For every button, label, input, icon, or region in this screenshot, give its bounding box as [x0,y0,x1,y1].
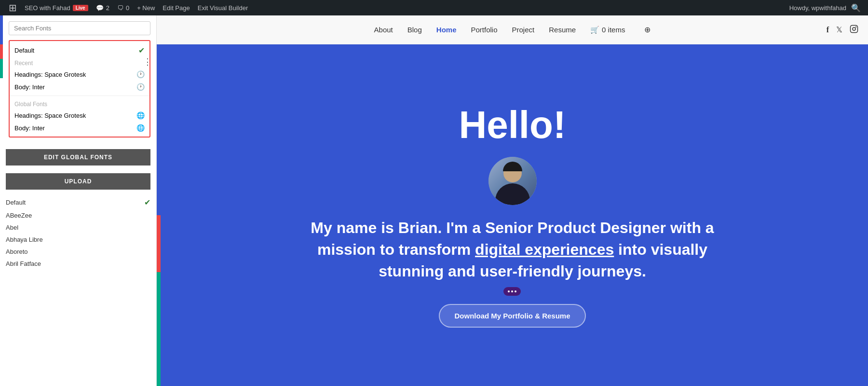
font-headings-space-grotesk-recent[interactable]: Headings: Space Grotesk 🕐 [10,68,149,81]
font-headings-global-label: Headings: Space Grotesk [14,112,86,119]
font-list-abril-fatface-label: Abril Fatface [6,260,41,267]
strip-teal [157,272,161,386]
hero-section: Hello! My name is Brian. I'm a Senior Pr… [157,44,868,386]
nav-search-icon[interactable]: ⊕ [644,25,651,34]
site-name-link[interactable]: SEO with Fahad Live [21,0,92,15]
nav-cart[interactable]: 🛒 0 items [590,26,625,34]
globe-icon-2: 🌐 [136,124,145,132]
hero-avatar [488,157,537,205]
font-list-aboreto[interactable]: Aboreto [0,246,156,258]
dot-2 [511,290,513,292]
font-list-abeezee-label: ABeeZee [6,212,32,219]
font-list-default[interactable]: Default ✔ [0,195,156,209]
font-recent-label: Recent [10,57,149,68]
font-list-abel[interactable]: Abel [0,221,156,234]
hero-cta-button[interactable]: Download My Portfolio & Resume [439,304,585,328]
font-default-label: Default [14,47,34,54]
font-list-abril-fatface[interactable]: Abril Fatface [0,258,156,270]
hero-description: My name is Brian. I'm a Senior Product D… [296,217,730,282]
top-nav: About Blog Home Portfolio Project Resume… [157,15,868,44]
admin-bar-right: Howdy, wpwithfahad 🔍 [789,3,863,13]
side-tab-blue [0,15,3,44]
nav-resume[interactable]: Resume [549,26,576,34]
side-tab-teal [0,59,3,78]
font-body-inter-global[interactable]: Body: Inter 🌐 [10,122,149,134]
comments-zero: 0 [126,4,129,12]
nav-home[interactable]: Home [436,26,457,34]
font-search-input[interactable] [9,21,150,35]
font-panel-inner: Default ✔ Recent Headings: Space Grotesk… [0,15,156,149]
font-check-icon: ✔ [138,46,145,55]
dot-1 [508,290,510,292]
cart-items-count: 0 items [602,26,625,34]
wp-logo-link[interactable]: ⊞ [5,0,21,15]
svg-point-1 [853,28,855,30]
three-dot-menu[interactable]: ⋮ [143,56,152,67]
site-name: SEO with Fahad [25,4,70,12]
side-tab-red [0,44,3,59]
font-divider-1 [10,96,149,96]
font-headings-label-recent: Headings: Space Grotesk [14,71,86,78]
font-list-abeezee[interactable]: ABeeZee [0,209,156,221]
font-list-abel-label: Abel [6,224,18,231]
edit-global-fonts-button[interactable]: EDIT GLOBAL FONTS [6,149,150,165]
live-badge: Live [73,5,88,11]
nav-about[interactable]: About [374,26,393,34]
font-list-abhaya-libre[interactable]: Abhaya Libre [0,234,156,246]
plus-new-label: + New [137,4,155,12]
font-body-inter-recent[interactable]: Body: Inter 🕐 [10,81,149,93]
nav-portfolio[interactable]: Portfolio [471,26,497,34]
main-layout: Default ✔ Recent Headings: Space Grotesk… [0,15,868,386]
font-list: Default ✔ ABeeZee Abel Abhaya Libre Abor… [0,195,156,270]
exit-visual-builder-label: Exit Visual Builder [198,4,248,12]
font-list-aboreto-label: Aboreto [6,248,28,255]
comments-link[interactable]: 💬 2 [92,0,113,15]
globe-icon-1: 🌐 [136,111,145,119]
font-body-label-recent: Body: Inter [14,83,45,91]
edit-page-label: Edit Page [163,4,190,12]
dot-3 [515,290,516,292]
admin-search-button[interactable]: 🔍 [849,3,863,13]
font-list-default-label: Default [6,199,26,206]
font-list-check-icon: ✔ [144,198,150,207]
nav-social: f 𝕏 [827,25,858,35]
font-headings-space-grotesk-global[interactable]: Headings: Space Grotesk 🌐 [10,109,149,122]
comment-zero-icon: 🗨 [117,4,123,12]
font-body-global-label: Body: Inter [14,124,45,132]
hero-highlight-text[interactable]: digital experiences [475,241,614,258]
cta-wrapper: Download My Portfolio & Resume [439,294,585,328]
font-default-item[interactable]: Default ✔ [10,43,149,57]
nav-blog[interactable]: Blog [407,26,422,34]
comments-count: 2 [106,4,109,12]
comments-zero-link[interactable]: 🗨 0 [113,0,133,15]
svg-rect-0 [851,25,858,32]
clock-icon-2: 🕐 [136,83,145,91]
instagram-icon[interactable] [850,25,858,35]
twitter-icon[interactable]: 𝕏 [836,25,842,34]
exit-visual-builder-link[interactable]: Exit Visual Builder [194,0,252,15]
facebook-icon[interactable]: f [827,26,829,34]
dots-indicator [503,287,521,296]
strip-red [157,215,161,272]
font-global-label: Global Fonts [10,98,149,109]
hero-title: Hello! [459,103,566,147]
clock-icon-1: 🕐 [136,70,145,78]
cart-icon: 🛒 [590,26,599,34]
svg-point-2 [855,26,856,27]
nav-project[interactable]: Project [512,26,535,34]
new-content-link[interactable]: + New [133,0,159,15]
font-list-abhaya-libre-label: Abhaya Libre [6,236,43,243]
font-dropdown: Default ✔ Recent Headings: Space Grotesk… [9,40,150,138]
wp-logo-icon: ⊞ [9,2,17,14]
comment-icon: 💬 [96,4,104,12]
edit-page-link[interactable]: Edit Page [159,0,193,15]
strip-blue [157,44,161,215]
admin-bar: ⊞ SEO with Fahad Live 💬 2 🗨 0 + New Edit… [0,0,868,15]
right-content: About Blog Home Portfolio Project Resume… [157,15,868,386]
howdy-text: Howdy, wpwithfahad [789,4,846,12]
right-side-strip [157,44,161,386]
font-panel: Default ✔ Recent Headings: Space Grotesk… [0,15,157,386]
upload-button[interactable]: UPLOAD [6,173,150,190]
